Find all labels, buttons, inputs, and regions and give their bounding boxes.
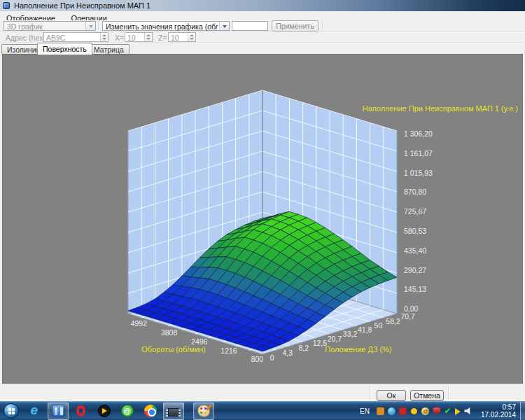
svg-text:435,40: 435,40 [404,246,426,255]
action-combo-value: Изменить значения графика (области) на з… [106,22,218,31]
spinner-buttons[interactable] [188,33,195,41]
app-window-icon [3,2,10,9]
svg-text:58,2: 58,2 [386,317,400,326]
opera-icon [76,405,85,416]
svg-text:4992: 4992 [131,319,148,328]
svg-text:70,7: 70,7 [400,312,415,321]
paint-taskbar-button[interactable] [193,402,214,420]
app-window: Наполнение При Неисправном МАП 1 Отображ… [0,0,525,401]
opera-taskbar-button[interactable] [71,402,92,420]
footer-separator [448,386,449,400]
z-input[interactable]: 10 [168,32,196,42]
yellow-pointer-icon[interactable] [455,408,461,415]
throttle-axis-title: Положение ДЗ (%) [325,345,391,354]
svg-text:1 161,07: 1 161,07 [404,149,433,158]
chrome-taskbar-button[interactable] [140,402,161,420]
mailru-agent-taskbar-button[interactable] [117,402,138,420]
show-desktop-button[interactable] [520,402,525,420]
chip-editor-taskbar-button[interactable] [163,402,184,420]
taskbar: EN 0:57 17.02.2014 [0,401,525,420]
taskbar-clock[interactable]: 0:57 17.02.2014 [481,403,516,419]
svg-text:870,80: 870,80 [404,188,426,196]
internet-explorer-taskbar-button[interactable] [24,402,46,420]
green-check-icon[interactable] [444,407,451,415]
svg-text:1 306,20: 1 306,20 [404,130,433,138]
toolbar-separator [322,21,323,30]
address-input[interactable]: AB9C [43,32,108,42]
chrome-icon [144,405,157,417]
file-manager-taskbar-button[interactable] [48,402,69,420]
value-input[interactable] [232,21,268,31]
svg-text:50: 50 [374,321,383,330]
svg-text:800: 800 [251,355,264,363]
x-input[interactable]: 10 [125,32,153,42]
svg-text:725,67: 725,67 [404,207,426,216]
spinner-buttons[interactable] [144,33,152,41]
aimp-taskbar-button[interactable] [94,402,115,420]
titlebar[interactable]: Наполнение При Неисправном МАП 1 [0,0,525,11]
red-app-icon[interactable] [399,407,407,415]
svg-text:8,2: 8,2 [299,344,309,352]
surface-chart-panel[interactable]: 1 306,201 161,071 015,93870,80725,67580,… [2,54,523,384]
paint-icon [197,405,210,417]
svg-text:4,3: 4,3 [282,349,293,357]
svg-text:20,7: 20,7 [328,335,342,343]
clock-time: 0:57 [481,403,516,411]
window-title: Наполнение При Неисправном МАП 1 [14,1,150,10]
language-indicator[interactable]: EN [360,407,370,415]
z-label: Z= [158,34,167,42]
surface-chart: 1 306,201 161,071 015,93870,80725,67580,… [3,55,522,383]
taskbar-apps [23,402,216,420]
action-combo[interactable]: Изменить значения графика (области) на з… [102,21,230,31]
gold-coin-icon[interactable] [421,407,429,415]
ok-button[interactable]: Ок [377,390,406,401]
toolbar-row-2: Адрес (hex) AB9C X= 10 Z= 10 [0,31,525,43]
chart-title: Наполнение При Неисправном МАП 1 (у.е.) [363,104,518,113]
internet-explorer-icon [29,405,41,417]
tabstrip: Изолинии Поверхность Матрица [0,43,525,54]
menubar: Отображение Операции [0,11,525,20]
svg-text:145,13: 145,13 [404,285,426,293]
svg-text:290,27: 290,27 [404,266,426,274]
tab-surface[interactable]: Поверхность [37,43,92,55]
svg-text:580,53: 580,53 [404,227,426,235]
chevron-down-icon[interactable] [219,22,229,30]
system-tray: EN 0:57 17.02.2014 [360,402,525,420]
x-value: 10 [127,34,136,42]
svg-text:0: 0 [270,354,274,362]
svg-text:1 015,93: 1 015,93 [404,169,433,177]
clock-date: 17.02.2014 [481,411,516,419]
rpm-axis-title: Обороты (об/мин) [141,345,206,354]
svg-text:2496: 2496 [191,337,208,346]
file-manager-icon [52,405,64,417]
start-button[interactable] [4,403,19,419]
mode-combo[interactable]: 3D график [4,21,96,31]
footer-separator [370,386,371,400]
orange-app-icon[interactable] [377,407,384,415]
messenger-icon[interactable] [388,407,396,415]
security-shield-icon[interactable] [433,407,440,415]
svg-text:41,8: 41,8 [358,326,372,334]
z-value: 10 [171,34,179,42]
aimp-icon [98,405,111,417]
spinner-buttons[interactable] [100,33,108,41]
tab-matrix[interactable]: Матрица [88,44,130,54]
windows-logo-icon [8,408,11,411]
svg-text:3808: 3808 [161,328,178,337]
address-value: AB9C [46,34,65,42]
toolbar-row-1: 3D график Изменить значения графика (обл… [0,20,525,31]
mode-combo-value: 3D график [7,22,84,31]
chip-editor-icon [168,408,178,416]
svg-text:1216: 1216 [220,346,237,355]
tray-icons [375,407,474,415]
toolbar-separator [98,21,99,30]
desktop-screen: Наполнение При Неисправном МАП 1 Отображ… [0,0,525,420]
smiley-icon[interactable] [410,407,418,415]
mailru-agent-icon [121,405,134,417]
apply-button[interactable]: Применить [272,20,318,31]
cancel-button[interactable]: Отмена [410,390,444,401]
svg-text:33,2: 33,2 [343,330,358,338]
footer-bar: Ок Отмена [0,384,525,401]
volume-icon[interactable] [464,407,472,415]
chevron-down-icon[interactable] [85,22,95,30]
